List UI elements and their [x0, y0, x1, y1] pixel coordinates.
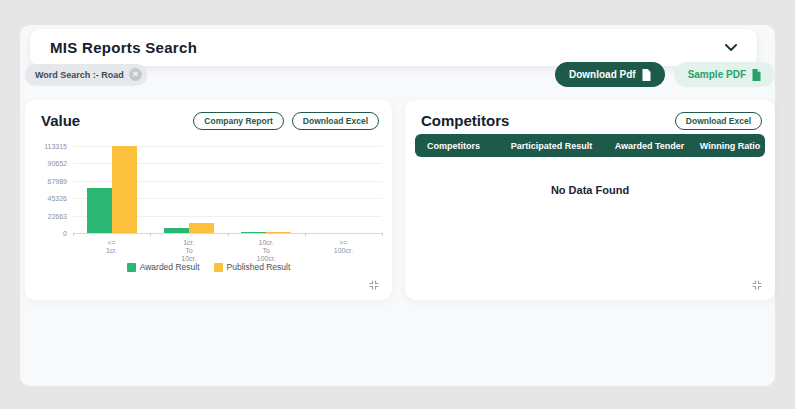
value-panel-header: Value Company Report Download Excel: [25, 100, 392, 130]
y-tick-label: 113315: [44, 143, 67, 150]
legend-swatch: [127, 263, 136, 272]
filter-chip-word-search: Word Search :- Road ×: [25, 64, 147, 85]
bar-published-result[interactable]: [266, 232, 291, 233]
bar-published-result[interactable]: [112, 146, 137, 233]
legend-item[interactable]: Awarded Result: [127, 262, 200, 272]
download-excel-button[interactable]: Download Excel: [292, 112, 379, 130]
content-area: MIS Reports Search Word Search :- Road ×…: [20, 25, 775, 386]
bar-awarded-result[interactable]: [164, 228, 189, 233]
chevron-down-icon[interactable]: [725, 44, 737, 52]
y-tick-label: 90652: [48, 160, 67, 167]
y-tick-label: 0: [63, 230, 67, 237]
value-panel-title: Value: [41, 112, 80, 129]
x-axis-label: <=1cr.: [73, 239, 150, 263]
bar-awarded-result[interactable]: [87, 188, 112, 233]
legend-swatch: [214, 263, 223, 272]
bar-group: [73, 146, 150, 233]
x-tick: [73, 233, 74, 236]
bar-group: [305, 146, 382, 233]
download-pdf-button[interactable]: Download Pdf: [555, 62, 665, 87]
page-title: MIS Reports Search: [50, 39, 197, 56]
column-header-competitors: Competitors: [415, 141, 499, 151]
bar-group: [228, 146, 305, 233]
download-excel-button-competitors[interactable]: Download Excel: [675, 112, 762, 130]
expand-icon[interactable]: [368, 279, 380, 291]
legend-label: Awarded Result: [140, 262, 200, 272]
y-tick-label: 45326: [48, 195, 67, 202]
x-axis-label: 10cr.To100cr.: [228, 239, 305, 263]
sample-pdf-label: Sample PDF: [688, 69, 746, 80]
x-axis-label: 1cr.To10cr.: [150, 239, 227, 263]
value-panel: Value Company Report Download Excel 1133…: [25, 100, 392, 300]
y-tick-label: 67989: [48, 177, 67, 184]
bar-group: [150, 146, 227, 233]
reports-search-header[interactable]: MIS Reports Search: [30, 29, 757, 66]
empty-state-message: No Data Found: [405, 184, 775, 196]
y-tick-label: 22663: [48, 212, 67, 219]
y-axis: 113315906526798945326226630: [37, 146, 73, 233]
bar-chart: 113315906526798945326226630: [37, 146, 382, 233]
document-icon: [751, 69, 761, 81]
bar-awarded-result[interactable]: [241, 232, 266, 233]
competitors-table-header: Competitors Participated Result Awarded …: [415, 134, 765, 157]
expand-icon[interactable]: [751, 279, 763, 291]
legend-item[interactable]: Published Result: [214, 262, 291, 272]
document-icon: [641, 69, 651, 81]
x-tick: [228, 233, 229, 236]
column-header-winning-ratio: Winning Ratio: [695, 141, 765, 151]
column-header-awarded-tender: Awarded Tender: [604, 141, 695, 151]
close-icon[interactable]: ×: [129, 68, 142, 81]
competitors-panel-title: Competitors: [421, 112, 509, 129]
filter-chip-label: Word Search :- Road: [35, 70, 124, 80]
competitors-panel: Competitors Download Excel Competitors P…: [405, 100, 775, 300]
top-actions: Download Pdf Sample PDF: [555, 62, 775, 87]
column-header-participated-result: Participated Result: [499, 141, 604, 151]
x-tick: [382, 233, 383, 236]
bar-published-result[interactable]: [189, 223, 214, 233]
legend-label: Published Result: [227, 262, 291, 272]
x-tick: [305, 233, 306, 236]
bar-groups: [73, 146, 382, 233]
sample-pdf-button[interactable]: Sample PDF: [674, 62, 775, 87]
company-report-button[interactable]: Company Report: [193, 112, 283, 130]
x-tick: [150, 233, 151, 236]
mis-reports-page: MIS Reports Search Word Search :- Road ×…: [0, 0, 795, 409]
plot-area: [73, 146, 382, 233]
x-axis-label: >=100cr.: [305, 239, 382, 263]
value-panel-actions: Company Report Download Excel: [193, 112, 379, 130]
chart-legend: Awarded ResultPublished Result: [25, 262, 392, 272]
competitors-panel-header: Competitors Download Excel: [405, 100, 775, 130]
download-pdf-label: Download Pdf: [569, 69, 636, 80]
x-axis-labels: <=1cr.1cr.To10cr.10cr.To100cr.>=100cr.: [73, 239, 382, 263]
